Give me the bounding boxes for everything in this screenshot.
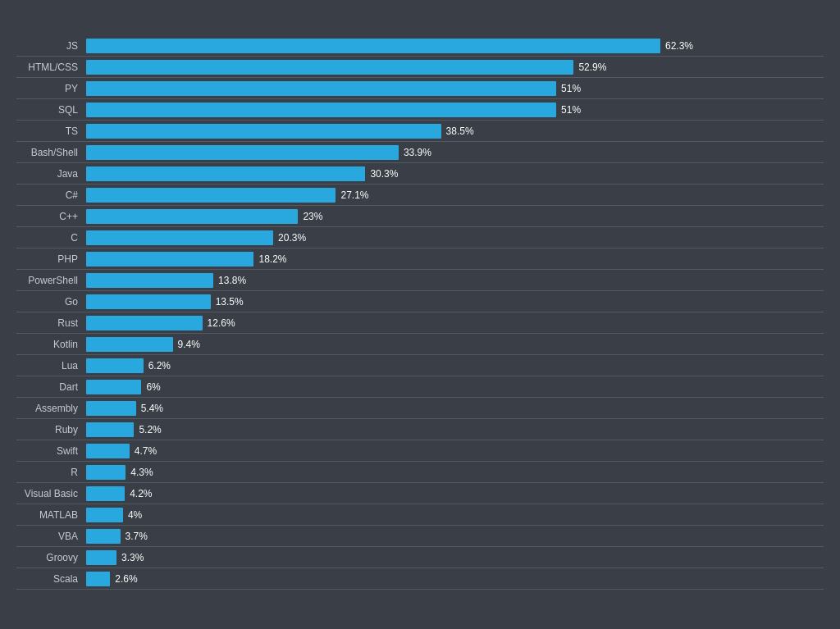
bar (86, 508, 123, 522)
bar-label: TS (16, 125, 86, 137)
bar-row: Go13.5% (16, 291, 824, 312)
bar-area: 2.6% (86, 572, 824, 586)
bar-area: 4.3% (86, 465, 824, 480)
bar-label: Java (16, 168, 86, 180)
bar-row: Java30.3% (16, 163, 824, 185)
bar-label: Swift (16, 445, 86, 457)
bar-area: 18.2% (86, 252, 824, 267)
bar (86, 465, 126, 480)
bar-area: 6.2% (86, 358, 824, 373)
bar (86, 529, 121, 544)
bar-area: 52.9% (86, 60, 824, 75)
bar-label: Bash/Shell (16, 147, 86, 158)
bar-row: Ruby5.2% (16, 419, 824, 440)
bar-value-label: 51% (561, 104, 581, 116)
bar-row: TS38.5% (16, 121, 824, 142)
bar-row: Bash/Shell33.9% (16, 142, 824, 163)
bar-label: Dart (16, 381, 86, 393)
bar-row: MATLAB4% (16, 504, 824, 526)
bar (86, 60, 573, 75)
bar-value-label: 4.3% (130, 467, 153, 478)
bar-value-label: 9.4% (178, 339, 200, 350)
bar-value-label: 12.6% (208, 317, 235, 329)
bar (86, 358, 144, 373)
bar-area: 3.3% (86, 550, 824, 565)
bar-label: C++ (16, 211, 86, 222)
bar (86, 188, 336, 203)
bar-area: 5.2% (86, 422, 824, 437)
bar-area: 13.5% (86, 294, 824, 309)
bar-label: Assembly (16, 403, 86, 414)
bar-area: 51% (86, 103, 824, 117)
bar-area: 4.2% (86, 486, 824, 501)
bar-label: PY (16, 83, 86, 94)
chart-container: JS62.3%HTML/CSS52.9%PY51%SQL51%TS38.5%Ba… (0, 27, 840, 602)
bar-label: VBA (16, 531, 86, 542)
bar-row: VBA3.7% (16, 526, 824, 547)
bar-label: Kotlin (16, 339, 86, 350)
bar (86, 572, 110, 586)
bar-row: PY51% (16, 78, 824, 99)
bar-row: SQL51% (16, 99, 824, 121)
bar-label: Rust (16, 317, 86, 329)
bar (86, 166, 365, 181)
bar-row: Swift4.7% (16, 440, 824, 462)
bar (86, 401, 136, 416)
bar-row: C#27.1% (16, 185, 824, 206)
bar-value-label: 38.5% (446, 125, 474, 137)
bar-row: Groovy3.3% (16, 547, 824, 568)
bar-value-label: 2.6% (115, 573, 137, 585)
bar (86, 39, 660, 53)
bar-area: 5.4% (86, 401, 824, 416)
bar-value-label: 3.7% (126, 531, 148, 542)
bar (86, 444, 130, 458)
bar-area: 33.9% (86, 145, 824, 160)
bar-value-label: 18.2% (258, 253, 286, 265)
bar (86, 422, 134, 437)
bar-value-label: 4% (128, 509, 142, 521)
bar-area: 62.3% (86, 39, 824, 53)
bar-area: 27.1% (86, 188, 824, 203)
bar-row: Rust12.6% (16, 312, 824, 334)
bar-row: HTML/CSS52.9% (16, 57, 824, 78)
bar-value-label: 13.5% (216, 296, 244, 308)
bar-label: C (16, 232, 86, 244)
bar-area: 4.7% (86, 444, 824, 458)
bar-row: Scala2.6% (16, 568, 824, 590)
bar-area: 4% (86, 508, 824, 522)
bar (86, 316, 203, 330)
bar-label: Lua (16, 360, 86, 371)
bar-label: HTML/CSS (16, 62, 86, 73)
bar (86, 486, 125, 501)
bar-label: C# (16, 189, 86, 201)
bar-value-label: 6.2% (148, 360, 171, 371)
bar-value-label: 33.9% (404, 147, 431, 158)
bar-value-label: 51% (561, 83, 581, 94)
bar-area: 51% (86, 81, 824, 96)
bar (86, 273, 213, 288)
bar (86, 145, 399, 160)
bar-label: Scala (16, 573, 86, 585)
bar-row: PowerShell13.8% (16, 270, 824, 291)
bar (86, 103, 556, 117)
bar-row: Dart6% (16, 376, 824, 398)
bar-value-label: 62.3% (665, 40, 693, 52)
bar-area: 20.3% (86, 230, 824, 245)
bar-label: R (16, 467, 86, 478)
bar-label: Ruby (16, 424, 86, 435)
bar-value-label: 5.2% (139, 424, 161, 435)
bar-label: MATLAB (16, 509, 86, 521)
bar-area: 23% (86, 209, 824, 224)
bar-value-label: 4.7% (135, 445, 157, 457)
bar-label: Visual Basic (16, 488, 86, 499)
bar (86, 252, 253, 267)
bar-value-label: 20.3% (278, 232, 306, 244)
bar (86, 81, 556, 96)
bar-label: JS (16, 40, 86, 52)
bar-value-label: 27.1% (340, 189, 368, 201)
bar-label: Go (16, 296, 86, 308)
bar-row: Assembly5.4% (16, 398, 824, 419)
bar (86, 550, 116, 565)
bar-row: PHP18.2% (16, 248, 824, 270)
bar-row: R4.3% (16, 462, 824, 483)
